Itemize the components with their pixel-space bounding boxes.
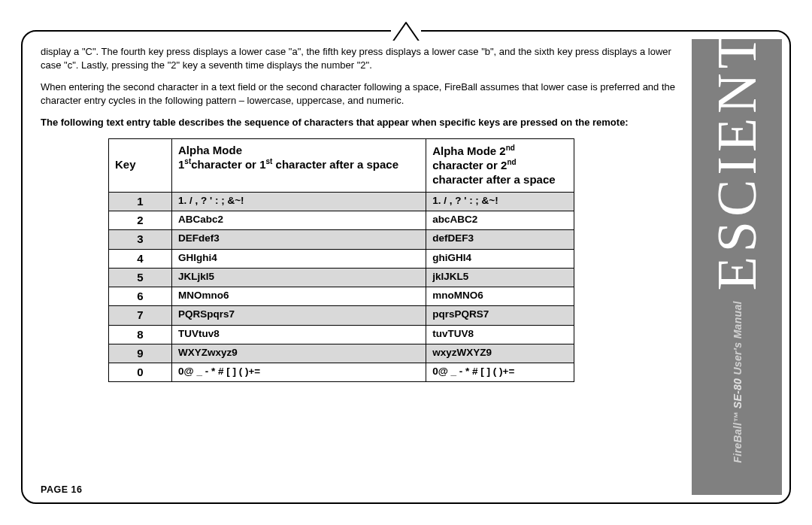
th-mode2-line1: Alpha Mode 2nd — [432, 144, 515, 157]
brand-logo: ESCIENT® — [705, 15, 769, 290]
cell-c1: PQRSpqrs7 — [172, 306, 426, 325]
cell-key: 3 — [109, 230, 172, 249]
table-row: 5 JKLjkl5 jklJKL5 — [109, 268, 574, 287]
manual-model: SE-80 — [731, 378, 743, 408]
cell-c2: 0@ _ - * # [ ] ( )+= — [426, 363, 574, 382]
th-mode2-line3: character after a space — [432, 173, 555, 186]
table-row: 3 DEFdef3 defDEF3 — [109, 230, 574, 249]
text-entry-table: Key Alpha Mode 1stcharacter or 1st chara… — [108, 138, 574, 383]
table-row: 7 PQRSpqrs7 pqrsPQRS7 — [109, 306, 574, 325]
manual-suffix: User's Manual — [731, 301, 743, 375]
cell-key: 6 — [109, 287, 172, 306]
th-mode2-line2: character or 2nd — [432, 159, 516, 171]
paragraph-2: When entering the second character in a … — [41, 80, 680, 107]
cell-c1: ABCabc2 — [172, 211, 426, 230]
cell-c2: tuvTUV8 — [426, 325, 574, 344]
cell-key: 5 — [109, 268, 172, 287]
brand-text: ESCIENT — [705, 30, 769, 290]
th-key: Key — [109, 138, 172, 192]
svg-rect-0 — [391, 41, 421, 44]
registered-icon: ® — [711, 14, 727, 29]
cell-key: 0 — [109, 363, 172, 382]
cell-key: 9 — [109, 344, 172, 363]
manual-label: FireBall™ SE-80 User's Manual — [731, 301, 743, 463]
tab-notch — [391, 18, 421, 44]
th-mode1-line2: 1stcharacter or 1st character after a sp… — [178, 158, 398, 171]
table-row: 0 0@ _ - * # [ ] ( )+= 0@ _ - * # [ ] ( … — [109, 363, 574, 382]
page-root: FireBall™ SE-80 User's Manual ESCIENT® d… — [0, 0, 812, 525]
cell-c1: 1. / , ? ' : ; &~! — [172, 192, 426, 211]
paragraph-3: The following text entry table describes… — [41, 116, 680, 129]
paragraph-1: display a "C". The fourth key press disp… — [41, 45, 680, 71]
cell-c1: DEFdef3 — [172, 230, 426, 249]
th-mode1-title: Alpha Mode — [178, 144, 242, 156]
cell-c2: jklJKL5 — [426, 268, 574, 287]
th-mode2: Alpha Mode 2nd character or 2nd characte… — [426, 138, 574, 192]
cell-key: 2 — [109, 211, 172, 230]
cell-c2: wxyzWXYZ9 — [426, 344, 574, 363]
cell-c2: 1. / , ? ' : ; &~! — [426, 192, 574, 211]
cell-c1: MNOmno6 — [172, 287, 426, 306]
cell-key: 8 — [109, 325, 172, 344]
cell-c1: WXYZwxyz9 — [172, 344, 426, 363]
cell-c1: 0@ _ - * # [ ] ( )+= — [172, 363, 426, 382]
cell-key: 4 — [109, 249, 172, 268]
table-row: 6 MNOmno6 mnoMNO6 — [109, 287, 574, 306]
table-row: 1 1. / , ? ' : ; &~! 1. / , ? ' : ; &~! — [109, 192, 574, 211]
cell-c1: GHIghi4 — [172, 249, 426, 268]
cell-c2: pqrsPQRS7 — [426, 306, 574, 325]
cell-c1: TUVtuv8 — [172, 325, 426, 344]
sidebar: FireBall™ SE-80 User's Manual ESCIENT® — [692, 39, 782, 495]
cell-c2: mnoMNO6 — [426, 287, 574, 306]
cell-c2: ghiGHI4 — [426, 249, 574, 268]
table-row: 2 ABCabc2 abcABC2 — [109, 211, 574, 230]
manual-prefix: FireBall™ — [731, 411, 743, 463]
sidebar-inner: FireBall™ SE-80 User's Manual ESCIENT® — [705, 27, 769, 463]
th-mode1: Alpha Mode 1stcharacter or 1st character… — [172, 138, 426, 192]
cell-key: 7 — [109, 306, 172, 325]
table-header-row: Key Alpha Mode 1stcharacter or 1st chara… — [109, 138, 574, 192]
table-body: 1 1. / , ? ' : ; &~! 1. / , ? ' : ; &~! … — [109, 192, 574, 382]
page-number: PAGE 16 — [41, 484, 82, 495]
content: display a "C". The fourth key press disp… — [41, 45, 680, 480]
table-row: 8 TUVtuv8 tuvTUV8 — [109, 325, 574, 344]
cell-c2: abcABC2 — [426, 211, 574, 230]
cell-key: 1 — [109, 192, 172, 211]
table-row: 9 WXYZwxyz9 wxyzWXYZ9 — [109, 344, 574, 363]
cell-c2: defDEF3 — [426, 230, 574, 249]
table-row: 4 GHIghi4 ghiGHI4 — [109, 249, 574, 268]
cell-c1: JKLjkl5 — [172, 268, 426, 287]
